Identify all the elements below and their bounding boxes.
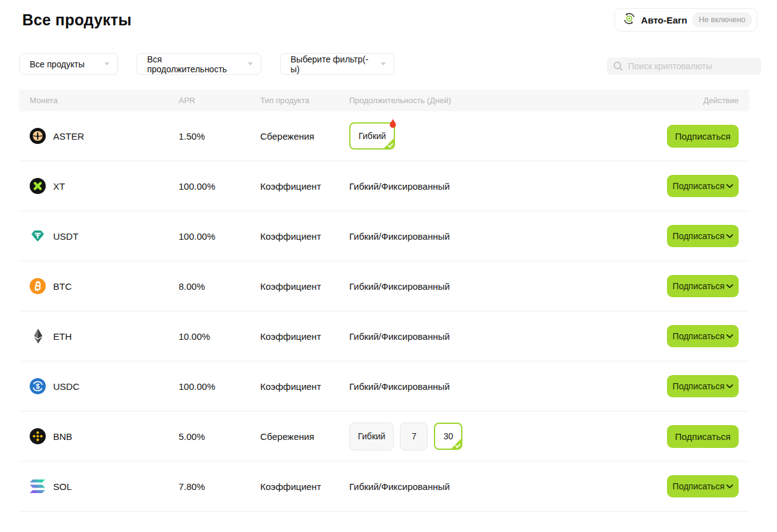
apr-value: 1.50% xyxy=(179,131,260,141)
subscribe-button[interactable]: Подписаться xyxy=(667,275,739,297)
coin-name: BTC xyxy=(53,281,72,292)
header-duration: Продолжительность (Дней) xyxy=(349,96,703,105)
coin-name: BNB xyxy=(53,431,72,442)
filter-product-type-dropdown[interactable]: Все продукты xyxy=(19,53,118,75)
apr-value: 100.00% xyxy=(179,181,260,192)
subscribe-button-label: Подписаться xyxy=(675,131,731,141)
subscribe-button[interactable]: Подписаться xyxy=(667,375,739,397)
duration-chip[interactable]: Гибкий xyxy=(349,122,395,150)
product-type: Коэффициент xyxy=(260,331,349,342)
chevron-down-icon xyxy=(726,384,733,389)
filter-bar: Все продукты Вся продолжительность Выбер… xyxy=(19,53,394,75)
coin-cell: BTC xyxy=(30,278,179,294)
duration-chips: Гибкий xyxy=(349,122,667,150)
auto-earn-refresh-icon xyxy=(622,12,636,28)
duration-chip[interactable]: 30 xyxy=(434,423,462,450)
duration-cell: Гибкий/Фиксированный xyxy=(349,281,667,292)
auto-earn-status-badge: Не включено xyxy=(692,12,752,27)
btc-coin-icon xyxy=(30,278,46,294)
chevron-down-icon xyxy=(104,62,109,65)
duration-chip-label: Гибкий xyxy=(359,131,386,141)
search-box xyxy=(607,57,761,75)
table-row: XT100.00%КоэффициентГибкий/Фиксированный… xyxy=(19,161,749,211)
coin-cell: SOL xyxy=(30,478,179,494)
apr-value: 5.00% xyxy=(179,431,260,442)
duration-chip[interactable]: 7 xyxy=(400,423,428,450)
duration-cell: Гибкий/Фиксированный xyxy=(349,181,667,192)
chevron-down-icon xyxy=(726,484,733,489)
table-row: ASTER1.50%СбереженияГибкийПодписаться xyxy=(19,111,749,161)
apr-value: 8.00% xyxy=(179,281,260,292)
filter-duration-dropdown[interactable]: Вся продолжительность xyxy=(137,53,261,75)
duration-chips: Гибкий730 xyxy=(349,423,667,450)
xt-coin-icon xyxy=(30,178,46,194)
coin-cell: USDT xyxy=(30,228,179,244)
subscribe-button[interactable]: Подписаться xyxy=(667,475,739,497)
coin-name: ETH xyxy=(53,331,72,342)
apr-value: 10.00% xyxy=(179,331,260,342)
bnb-coin-icon xyxy=(30,428,46,444)
subscribe-button-label: Подписаться xyxy=(673,381,724,391)
duration-chip[interactable]: Гибкий xyxy=(349,423,394,450)
product-type: Коэффициент xyxy=(260,481,349,492)
filter-select-dropdown[interactable]: Выберите фильтр(-ы) xyxy=(280,53,394,75)
action-cell: Подписаться xyxy=(667,225,739,247)
sol-coin-icon xyxy=(30,478,46,494)
usdc-coin-icon: $ xyxy=(30,378,46,394)
filter-select-label: Выберите фильтр(-ы) xyxy=(291,54,375,74)
coin-cell: ETH xyxy=(30,328,179,344)
filter-duration-label: Вся продолжительность xyxy=(147,54,242,74)
subscribe-button-label: Подписаться xyxy=(673,331,724,341)
product-type: Коэффициент xyxy=(260,281,349,292)
usdt-coin-icon xyxy=(30,228,46,244)
page-title: Все продукты xyxy=(22,11,132,29)
product-type: Коэффициент xyxy=(260,381,349,392)
action-cell: Подписаться xyxy=(667,325,739,347)
action-cell: Подписаться xyxy=(667,125,739,148)
chevron-down-icon xyxy=(726,334,733,339)
coin-name: ASTER xyxy=(53,131,84,141)
apr-value: 100.00% xyxy=(179,381,260,392)
duration-cell: Гибкий/Фиксированный xyxy=(349,231,667,242)
table-row: BTC8.00%КоэффициентГибкий/ФиксированныйП… xyxy=(19,261,749,311)
product-type: Сбережения xyxy=(260,431,349,442)
auto-earn-toggle[interactable]: Авто-Earn Не включено xyxy=(614,8,757,32)
header-action: Действие xyxy=(703,96,739,105)
svg-text:$: $ xyxy=(36,382,40,390)
coin-name: USDC xyxy=(53,381,80,392)
action-cell: Подписаться xyxy=(667,475,739,497)
table-body: ASTER1.50%СбереженияГибкийПодписатьсяXT1… xyxy=(19,111,749,512)
flame-icon xyxy=(389,119,397,129)
coin-cell: XT xyxy=(30,178,179,194)
duration-cell: Гибкий/Фиксированный xyxy=(349,331,667,342)
auto-earn-label: Авто-Earn xyxy=(641,15,687,25)
table-row: $USDC100.00%КоэффициентГибкий/Фиксирован… xyxy=(19,361,749,412)
duration-cell: Гибкий730 xyxy=(349,423,667,450)
duration-chip-label: 7 xyxy=(412,431,417,441)
apr-value: 7.80% xyxy=(179,481,260,492)
subscribe-button[interactable]: Подписаться xyxy=(667,425,739,448)
duration-chip-label: Гибкий xyxy=(358,431,385,441)
header-coin: Монета xyxy=(30,96,179,105)
subscribe-button[interactable]: Подписаться xyxy=(667,175,739,197)
coin-name: XT xyxy=(53,181,65,192)
subscribe-button[interactable]: Подписаться xyxy=(667,225,739,247)
subscribe-button-label: Подписаться xyxy=(675,431,731,442)
aster-coin-icon xyxy=(30,128,46,144)
coin-name: SOL xyxy=(53,481,72,492)
search-icon xyxy=(613,61,623,71)
duration-cell: Гибкий/Фиксированный xyxy=(349,381,667,392)
action-cell: Подписаться xyxy=(667,425,739,448)
coin-cell: $USDC xyxy=(30,378,179,394)
subscribe-button-label: Подписаться xyxy=(673,181,724,191)
duration-chip-label: 30 xyxy=(443,431,453,441)
search-input[interactable] xyxy=(628,61,755,71)
table-row: ETH10.00%КоэффициентГибкий/Фиксированный… xyxy=(19,311,749,361)
subscribe-button[interactable]: Подписаться xyxy=(667,325,739,347)
subscribe-button-label: Подписаться xyxy=(673,281,724,291)
duration-cell: Гибкий xyxy=(349,122,667,150)
apr-value: 100.00% xyxy=(179,231,260,242)
header-type: Тип продукта xyxy=(260,96,349,105)
table-row: USDT100.00%КоэффициентГибкий/Фиксированн… xyxy=(19,211,749,261)
subscribe-button[interactable]: Подписаться xyxy=(667,125,739,148)
